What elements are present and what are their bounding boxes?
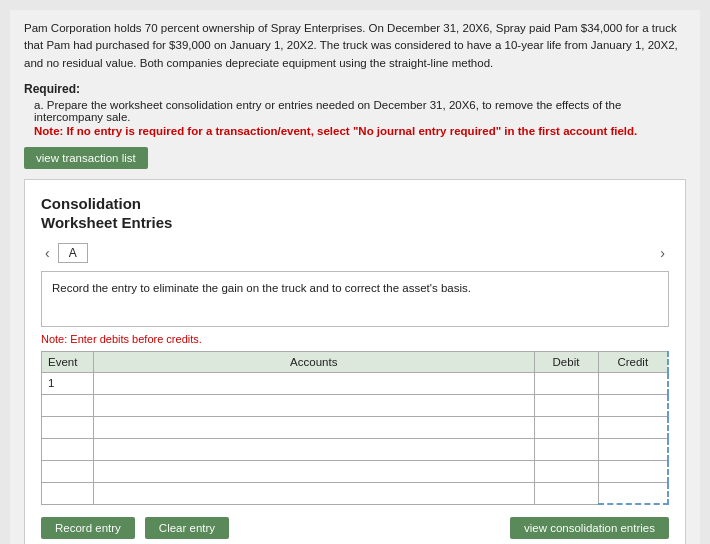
debit-input-cell[interactable] bbox=[534, 460, 598, 482]
main-container: Pam Corporation holds 70 percent ownersh… bbox=[10, 10, 700, 544]
credit-input[interactable] bbox=[599, 373, 668, 394]
debit-input-cell[interactable] bbox=[534, 394, 598, 416]
account-input[interactable] bbox=[94, 395, 534, 416]
note-debit: Note: Enter debits before credits. bbox=[41, 333, 669, 345]
view-transaction-list-button[interactable]: view transaction list bbox=[24, 147, 148, 169]
account-input[interactable] bbox=[94, 483, 534, 504]
credit-input-cell[interactable] bbox=[598, 394, 668, 416]
tab-a[interactable]: A bbox=[58, 243, 88, 263]
debit-input-cell[interactable] bbox=[534, 372, 598, 394]
debit-input[interactable] bbox=[535, 373, 598, 394]
debit-input-cell[interactable] bbox=[534, 416, 598, 438]
table-row: 1 bbox=[42, 372, 669, 394]
account-input-cell[interactable] bbox=[94, 394, 535, 416]
event-cell bbox=[42, 416, 94, 438]
credit-input-cell[interactable] bbox=[598, 372, 668, 394]
credit-input-cell[interactable] bbox=[598, 438, 668, 460]
account-input-cell[interactable] bbox=[94, 482, 535, 504]
account-input[interactable] bbox=[94, 417, 534, 438]
col-header-credit: Credit bbox=[598, 351, 668, 372]
entry-table: Event Accounts Debit Credit 1 bbox=[41, 351, 669, 506]
event-cell: 1 bbox=[42, 372, 94, 394]
credit-input-cell[interactable] bbox=[598, 460, 668, 482]
view-consolidation-entries-button[interactable]: view consolidation entries bbox=[510, 517, 669, 539]
required-item-a: a. Prepare the worksheet consolidation e… bbox=[34, 99, 686, 123]
table-row bbox=[42, 394, 669, 416]
tab-navigation: ‹ A › bbox=[41, 243, 669, 263]
debit-input-cell[interactable] bbox=[534, 438, 598, 460]
note-red: Note: If no entry is required for a tran… bbox=[34, 125, 686, 137]
debit-input[interactable] bbox=[535, 395, 598, 416]
debit-input[interactable] bbox=[535, 483, 598, 504]
col-header-accounts: Accounts bbox=[94, 351, 535, 372]
account-input[interactable] bbox=[94, 461, 534, 482]
worksheet-panel: Consolidation Worksheet Entries ‹ A › Re… bbox=[24, 179, 686, 544]
credit-input[interactable] bbox=[599, 417, 668, 438]
table-row bbox=[42, 460, 669, 482]
debit-input[interactable] bbox=[535, 439, 598, 460]
credit-input[interactable] bbox=[599, 461, 668, 482]
col-header-debit: Debit bbox=[534, 351, 598, 372]
credit-input[interactable] bbox=[599, 395, 668, 416]
account-input-cell[interactable] bbox=[94, 438, 535, 460]
event-cell bbox=[42, 394, 94, 416]
next-tab-arrow[interactable]: › bbox=[656, 243, 669, 263]
debit-input-cell[interactable] bbox=[534, 482, 598, 504]
record-entry-button[interactable]: Record entry bbox=[41, 517, 135, 539]
event-cell bbox=[42, 482, 94, 504]
account-input-cell[interactable] bbox=[94, 372, 535, 394]
table-row bbox=[42, 482, 669, 504]
event-cell bbox=[42, 460, 94, 482]
required-section: Required: a. Prepare the worksheet conso… bbox=[24, 82, 686, 137]
description-text: Pam Corporation holds 70 percent ownersh… bbox=[24, 20, 686, 72]
credit-input[interactable] bbox=[599, 439, 668, 460]
table-row bbox=[42, 416, 669, 438]
clear-entry-button[interactable]: Clear entry bbox=[145, 517, 229, 539]
account-input-cell[interactable] bbox=[94, 460, 535, 482]
bottom-buttons: Record entry Clear entry view consolidat… bbox=[41, 517, 669, 539]
entry-description-box: Record the entry to eliminate the gain o… bbox=[41, 271, 669, 327]
table-row bbox=[42, 438, 669, 460]
prev-tab-arrow[interactable]: ‹ bbox=[41, 243, 54, 263]
debit-input[interactable] bbox=[535, 417, 598, 438]
credit-input[interactable] bbox=[599, 483, 668, 504]
account-input-cell[interactable] bbox=[94, 416, 535, 438]
event-cell bbox=[42, 438, 94, 460]
worksheet-title: Consolidation Worksheet Entries bbox=[41, 194, 669, 233]
debit-input[interactable] bbox=[535, 461, 598, 482]
required-label: Required: bbox=[24, 82, 686, 96]
account-input[interactable] bbox=[94, 439, 534, 460]
account-input[interactable] bbox=[94, 373, 534, 394]
credit-input-cell[interactable] bbox=[598, 416, 668, 438]
col-header-event: Event bbox=[42, 351, 94, 372]
credit-input-cell[interactable] bbox=[598, 482, 668, 504]
